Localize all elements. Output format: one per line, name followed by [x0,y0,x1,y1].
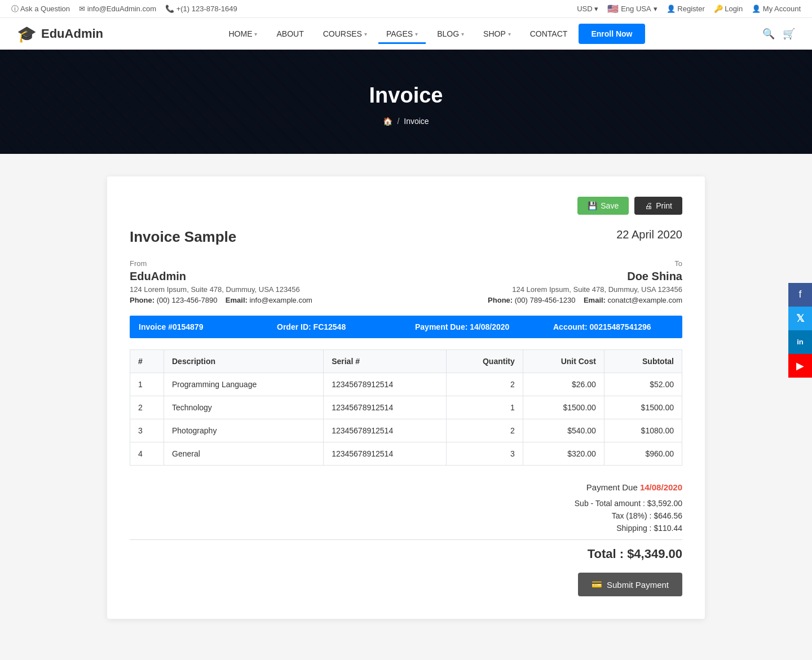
chevron-down-icon: ▾ [415,31,418,37]
main-nav: HOME ▾ ABOUT COURSES ▾ PAGES ▾ BLOG ▾ SH… [220,24,645,44]
chevron-down-icon: ▾ [364,31,367,37]
cart-icon[interactable]: 🛒 [783,28,795,40]
email-link[interactable]: ✉ info@EduAdmin.com [79,5,156,13]
twitter-button[interactable]: 𝕏 [788,307,812,330]
home-icon: 🏠 [383,117,392,126]
from-address: 124 Lorem Ipsum, Suite 478, Dummuy, USA … [130,285,406,294]
linkedin-icon: in [797,338,804,346]
language-selector[interactable]: 🇺🇸 Eng USA ▾ [607,3,657,14]
cell-unit-cost: $540.00 [523,419,604,442]
hero-section: Invoice 🏠 / Invoice [0,50,812,154]
chevron-down-icon: ▾ [508,31,511,37]
col-quantity: Quantity [447,350,523,373]
page-title: Invoice [0,83,812,108]
header-icons: 🔍 🛒 [762,28,795,40]
invoice-info-bar: Invoice #0154879 Order ID: FC12548 Payme… [130,316,682,338]
nav-contact[interactable]: CONTACT [522,24,576,44]
cell-num: 1 [130,373,164,396]
divider [130,539,682,540]
twitter-icon: 𝕏 [796,312,805,325]
chevron-down-icon: ▾ [254,31,257,37]
credit-card-icon: 💳 [592,579,602,590]
cell-serial: 12345678912514 [324,373,447,396]
table-row: 3 Photography 12345678912514 2 $540.00 $… [130,419,682,442]
register-link[interactable]: 👤 Register [667,5,705,13]
facebook-button[interactable]: f [788,283,812,307]
print-button[interactable]: 🖨 Print [634,197,682,215]
table-header: # Description Serial # Quantity Unit Cos… [130,350,682,373]
payment-due-row: Payment Due 14/08/2020 [130,482,682,492]
from-contact: Phone: (00) 123-456-7890 Email: info@exa… [130,296,406,304]
social-sidebar: f 𝕏 in ▶ [788,283,812,378]
content-wrapper: 💾 Save 🖨 Print Invoice Sample 22 April 2… [96,176,716,619]
nav-shop[interactable]: SHOP ▾ [475,24,519,44]
to-label: To [406,259,682,268]
cell-unit-cost: $1500.00 [523,396,604,419]
to-section: To Doe Shina 124 Lorem Ipsum, Suite 478,… [406,259,682,304]
question-icon: ⓘ [11,5,19,13]
topbar-left: ⓘ Ask a Question ✉ info@EduAdmin.com 📞 +… [11,4,237,14]
logo[interactable]: 🎓 EduAdmin [17,25,103,43]
chevron-down-icon: ▾ [594,5,598,13]
cell-unit-cost: $26.00 [523,373,604,396]
payment-due-cell: Payment Due: 14/08/2020 [406,316,544,338]
search-icon[interactable]: 🔍 [762,28,775,40]
from-section: From EduAdmin 124 Lorem Ipsum, Suite 478… [130,259,406,304]
cell-serial: 12345678912514 [324,419,447,442]
col-unit-cost: Unit Cost [523,350,604,373]
invoice-title-row: Invoice Sample 22 April 2020 [130,228,682,248]
nav-home[interactable]: HOME ▾ [220,24,265,44]
cell-serial: 12345678912514 [324,442,447,466]
col-num: # [130,350,164,373]
cell-subtotal: $1500.00 [604,396,682,419]
login-icon: 🔑 [714,5,723,13]
from-label: From [130,259,406,268]
phone-icon: 📞 [165,5,174,13]
topbar-right: USD ▾ 🇺🇸 Eng USA ▾ 👤 Register 🔑 Login 👤 … [577,3,801,14]
col-subtotal: Subtotal [604,350,682,373]
youtube-button[interactable]: ▶ [788,354,812,378]
account-cell: Account: 00215487541296 [544,316,682,338]
to-address: 124 Lorem Ipsum, Suite 478, Dummuy, USA … [406,285,682,294]
breadcrumb-current: Invoice [404,117,429,126]
email-icon: ✉ [79,5,85,13]
total-row: Total : $4,349.00 [130,547,682,561]
login-link[interactable]: 🔑 Login [714,5,743,13]
facebook-icon: f [798,289,801,300]
cell-subtotal: $1080.00 [604,419,682,442]
print-icon: 🖨 [645,201,652,210]
table-row: 4 General 12345678912514 3 $320.00 $960.… [130,442,682,466]
order-id-cell: Order ID: FC12548 [268,316,406,338]
enroll-button[interactable]: Enroll Now [579,24,645,44]
cell-description: Photography [164,419,324,442]
logo-icon: 🎓 [17,25,37,43]
user-icon: 👤 [667,5,676,13]
cell-quantity: 2 [447,373,523,396]
cell-subtotal: $52.00 [604,373,682,396]
linkedin-button[interactable]: in [788,330,812,354]
save-button[interactable]: 💾 Save [577,197,629,215]
cell-quantity: 2 [447,419,523,442]
chevron-down-icon: ▾ [461,31,464,37]
cell-description: Technology [164,396,324,419]
invoice-card: 💾 Save 🖨 Print Invoice Sample 22 April 2… [107,176,705,619]
phone-link[interactable]: 📞 +(1) 123-878-1649 [165,5,237,13]
cell-num: 3 [130,419,164,442]
ask-question-link[interactable]: ⓘ Ask a Question [11,4,70,14]
table-body: 1 Programming Language 12345678912514 2 … [130,373,682,466]
invoice-date: 22 April 2020 [616,228,682,241]
to-contact: Phone: (00) 789-456-1230 Email: conatct@… [406,296,682,304]
my-account-link[interactable]: 👤 My Account [752,5,801,13]
cell-quantity: 3 [447,442,523,466]
submit-payment-button[interactable]: 💳 Submit Payment [578,573,682,596]
from-company: EduAdmin [130,270,406,283]
nav-blog[interactable]: BLOG ▾ [429,24,472,44]
currency-selector[interactable]: USD ▾ [577,5,598,13]
total-amount: $4,349.00 [627,547,682,561]
nav-pages[interactable]: PAGES ▾ [378,24,426,44]
header: 🎓 EduAdmin HOME ▾ ABOUT COURSES ▾ PAGES … [0,18,812,50]
nav-about[interactable]: ABOUT [268,24,311,44]
nav-courses[interactable]: COURSES ▾ [315,24,375,44]
tax-line: Tax (18%) : $646.56 [130,511,682,520]
save-icon: 💾 [588,201,597,210]
